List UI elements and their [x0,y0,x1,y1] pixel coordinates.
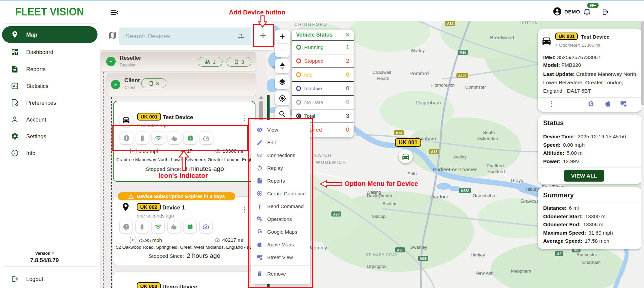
vehicle-status-row[interactable]: Idle 0 [292,67,354,81]
apple-maps-button[interactable] [604,100,612,107]
map-label: Grays [511,178,523,183]
map-label: Dartford [430,194,448,199]
map-label: Chatham [582,260,601,265]
info-icon [11,149,19,157]
version-info: Version # 7.8.54/8.79 [5,251,84,264]
sidebar-item-settings[interactable]: Settings [2,128,97,145]
search-input[interactable] [119,28,251,45]
status-rows: Device Time:2025-12-19 15:45:56Speed:0.0… [543,133,626,165]
annotation-down-arrow [258,15,267,28]
map-label: Greenhithe [473,193,495,198]
map-label: Hornchurch [431,83,455,88]
device-last-seen: one seconds ago [137,213,174,219]
details-plate: UK 001 [555,33,578,40]
search-icon [278,110,286,118]
close-icon[interactable]: ✕ [345,32,350,39]
filter-icon[interactable] [237,32,245,40]
compass-up-icon [280,62,285,66]
details-menu-button[interactable]: ⋮ [548,101,555,106]
map-vehicle-marker[interactable] [399,149,413,163]
locate-button[interactable] [275,91,290,105]
battery-indicator-icon [136,220,149,233]
map-label: Rochester [576,252,597,257]
summary-row: Odometer End:13306 mi [543,221,613,229]
preferences-icon [11,99,19,107]
fleet-vision-app: CHINGFORDHUTTONBrentwoodWarleyWALTHChadw… [0,0,644,288]
parked-icon: P [130,237,136,243]
device-menu-button[interactable]: ⋮ [241,207,248,212]
search-card: + [100,21,273,50]
logout-icon-button[interactable] [601,8,609,16]
reseller-device-count-badge[interactable]: 3 [227,57,251,67]
status-row: Power:12.99V [543,157,626,166]
status-row: Altitude:5.00 m [543,149,626,157]
page-scrollbar[interactable] [641,21,644,105]
map-label: ST MARY CRAY [366,253,398,257]
map-pin-icon [11,31,19,39]
logout-button[interactable]: Logout [2,271,97,287]
compass-down-icon [280,67,285,70]
annotation-option-menu-label: Option Menu for Device [345,180,418,188]
device-card-uk003[interactable]: UK 003 Demo Device [113,271,255,288]
vehicle-status-row[interactable]: No Data 0 [292,95,354,109]
device-plate: UK 003 [137,282,161,288]
tree-guide [103,72,104,288]
status-ring-icon [296,100,301,105]
view-all-button[interactable]: VIEW ALL [564,170,604,182]
map-label: Ockendon [477,136,498,141]
map-label: HUTTON [520,21,538,25]
device-menu-button[interactable]: ⋮ [241,115,248,121]
group-reseller[interactable]: Reseller Reseller 1 3 [101,52,256,71]
vehicle-status-row[interactable]: Inactive 0 [292,81,354,95]
road-badge: A20 [395,247,405,252]
sidebar-toggle-button[interactable] [110,8,119,17]
compass-control[interactable] [275,59,290,73]
google-maps-button[interactable]: G [588,100,594,108]
scroll-up-arrow[interactable] [259,96,263,99]
device-address: 52 Oakwood Road, Springfield, Greet, Wes… [116,245,253,250]
vehicle-status-row[interactable]: Running 1 [292,40,354,54]
collapse-reseller-button[interactable] [106,57,116,66]
summary-row: Average Speed:17.58 mph [543,237,613,245]
zoom-out-button[interactable]: − [275,44,290,57]
layers-button[interactable] [275,75,290,89]
device-card-uk002[interactable]: UK 002 Device 1 one seconds ago ⋮ P 75.9… [113,196,255,265]
divider [3,266,97,267]
sidebar-item-info[interactable]: Info [2,145,97,161]
client-device-count-badge[interactable]: 3 [141,78,166,88]
sidebar-item-label: Map [26,32,37,38]
map-label: Orpington [367,264,387,269]
sidebar-item-account[interactable]: Account [2,111,97,128]
vehicle-status-row[interactable]: Stopped 2 [292,54,354,67]
sidebar-item-label: Account [26,116,46,123]
device-details-card: UK 001 Test Device • Odometer: 13306 mi … [538,29,642,112]
road-badge: M25 [458,50,468,55]
map-label: South [483,130,495,135]
details-imei: IMEI: 352592576733067 [543,54,601,60]
map-label: Brentwood [490,35,514,40]
map-label: New Ash [476,271,493,276]
map-label: Bexley [383,201,396,206]
sidebar-item-reports[interactable]: Reports [2,61,97,78]
summary-rows: Distance:6 miOdometer Start:13300 miOdom… [543,204,613,245]
status-row: Device Time:2025-12-19 15:45:56 [543,133,626,141]
divider [538,130,642,130]
sidebar-item-statistics[interactable]: Statistics [2,78,97,94]
sidebar-item-dashboard[interactable]: Dashboard [2,44,97,60]
ignition-indicator-icon [168,220,180,233]
user-menu[interactable]: DEMO [553,7,580,16]
sidebar-item-label: Dashboard [26,49,53,55]
street-view-button[interactable] [620,100,627,107]
reseller-title: Reseller [120,55,141,61]
collapse-client-button[interactable] [111,80,120,89]
status-ring-icon [296,113,301,118]
car-icon [401,152,410,161]
map-layers-icon[interactable] [108,31,117,40]
reseller-user-count-badge[interactable]: 1 [198,57,223,67]
sidebar-item-map[interactable]: Map [2,26,97,43]
zoom-in-button[interactable]: + [275,30,290,43]
annotation-add-device-label: Add Device button [207,9,308,16]
sidebar-item-preferences[interactable]: Preferences [2,94,97,111]
group-client[interactable]: Client Client 3 [107,73,256,96]
status-ring-icon [296,58,301,63]
